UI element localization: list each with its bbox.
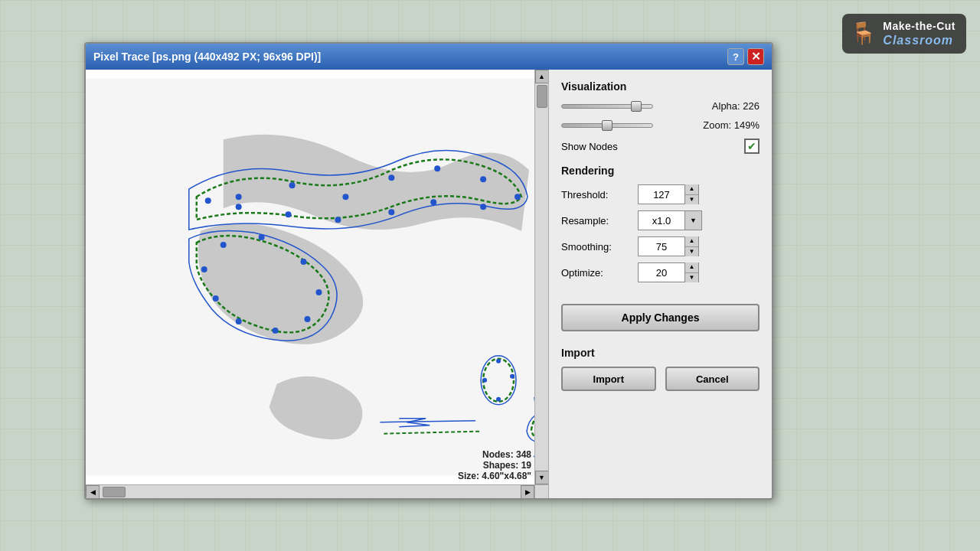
- threshold-up-button[interactable]: ▲: [684, 184, 698, 195]
- threshold-label: Threshold:: [561, 189, 638, 201]
- rendering-section: Rendering Threshold: ▲ ▼ Resample:: [561, 165, 760, 289]
- canvas-area: Nodes: 348 Shapes: 19 Size: 4.60"x4.68" …: [86, 70, 549, 498]
- title-bar-buttons: ? ✕: [727, 48, 764, 65]
- scroll-down-arrow[interactable]: ▼: [535, 471, 549, 484]
- import-button[interactable]: Import: [561, 367, 656, 391]
- scroll-thumb-horizontal[interactable]: [103, 487, 126, 497]
- pixel-trace-dialog: Pixel Trace [ps.png (440x492 PX; 96x96 D…: [84, 42, 773, 500]
- svg-point-5: [342, 194, 348, 200]
- zoom-slider-row: Zoom: 149%: [561, 119, 760, 131]
- scroll-right-arrow[interactable]: ▶: [521, 485, 534, 499]
- svg-point-4: [289, 182, 296, 188]
- svg-point-20: [315, 289, 322, 295]
- svg-point-29: [482, 378, 487, 383]
- alpha-slider-container[interactable]: [561, 104, 703, 109]
- svg-point-25: [201, 266, 207, 272]
- watermark-icon: 🪑: [850, 21, 877, 46]
- right-panel: Visualization Alpha: 226: [549, 70, 772, 498]
- optimize-up-button[interactable]: ▲: [684, 262, 698, 273]
- svg-point-26: [496, 359, 501, 364]
- svg-point-19: [301, 259, 307, 265]
- smoothing-input[interactable]: [639, 237, 684, 256]
- canvas-vscrollbar[interactable]: ▲ ▼: [534, 70, 548, 484]
- smoothing-label: Smoothing:: [561, 241, 638, 253]
- svg-point-22: [273, 328, 279, 334]
- smoothing-down-button[interactable]: ▼: [684, 247, 698, 257]
- watermark-line1: Make-the-Cut: [883, 20, 956, 33]
- visualization-section: Visualization Alpha: 226: [561, 80, 760, 165]
- close-button[interactable]: ✕: [747, 48, 764, 65]
- svg-point-23: [236, 318, 242, 324]
- threshold-spinner[interactable]: ▲ ▼: [684, 184, 698, 204]
- svg-point-8: [480, 176, 486, 182]
- dialog-title: Pixel Trace [ps.png (440x492 PX; 96x96 D…: [93, 51, 321, 63]
- resample-value: x1.0: [639, 211, 684, 230]
- smoothing-up-button[interactable]: ▲: [684, 236, 698, 247]
- help-button[interactable]: ?: [727, 48, 744, 65]
- svg-point-27: [510, 374, 514, 379]
- import-buttons-row: Import Cancel: [561, 367, 760, 391]
- optimize-input[interactable]: [639, 263, 684, 282]
- zoom-label: Zoom: 149%: [703, 119, 760, 131]
- resample-row: Resample: x1.0 ▼: [561, 210, 760, 230]
- title-bar: Pixel Trace [ps.png (440x492 PX; 96x96 D…: [86, 44, 772, 70]
- alpha-label: Alpha: 226: [712, 100, 760, 112]
- optimize-spinner[interactable]: ▲ ▼: [684, 262, 698, 282]
- show-nodes-checkbox[interactable]: ✔: [744, 139, 760, 154]
- scroll-corner: [534, 484, 548, 498]
- zoom-slider-thumb[interactable]: [602, 120, 612, 131]
- threshold-input[interactable]: [639, 185, 684, 204]
- resample-dropdown-arrow[interactable]: ▼: [684, 211, 701, 230]
- svg-point-7: [434, 165, 440, 171]
- svg-point-15: [236, 204, 242, 210]
- svg-point-9: [514, 194, 521, 200]
- svg-point-11: [430, 199, 436, 205]
- threshold-row: Threshold: ▲ ▼: [561, 184, 760, 204]
- svg-point-24: [213, 295, 219, 302]
- threshold-down-button[interactable]: ▼: [684, 195, 698, 205]
- show-nodes-row: Show Nodes ✔: [561, 139, 760, 154]
- import-title: Import: [561, 347, 760, 359]
- apply-changes-button[interactable]: Apply Changes: [561, 304, 760, 331]
- dialog-body: Nodes: 348 Shapes: 19 Size: 4.60"x4.68" …: [86, 70, 772, 498]
- svg-point-6: [388, 174, 394, 181]
- cancel-button[interactable]: Cancel: [665, 367, 760, 391]
- optimize-row: Optimize: ▲ ▼: [561, 262, 760, 282]
- canvas-hscrollbar[interactable]: ◀ ▶: [86, 484, 534, 498]
- import-section: Import Import Cancel: [561, 347, 760, 391]
- watermark-text: Make-the-Cut Classroom: [883, 20, 956, 47]
- smoothing-spinner[interactable]: ▲ ▼: [684, 236, 698, 256]
- alpha-slider-row: Alpha: 226: [561, 100, 760, 112]
- zoom-slider-track[interactable]: [561, 123, 653, 128]
- show-nodes-label: Show Nodes: [561, 141, 744, 152]
- rendering-title: Rendering: [561, 165, 760, 177]
- resample-label: Resample:: [561, 215, 638, 227]
- svg-point-13: [335, 217, 341, 223]
- svg-point-14: [286, 211, 292, 217]
- smoothing-input-group[interactable]: ▲ ▼: [638, 236, 699, 256]
- smoothing-row: Smoothing: ▲ ▼: [561, 236, 760, 256]
- alpha-slider-track[interactable]: [561, 104, 653, 109]
- threshold-input-group[interactable]: ▲ ▼: [638, 184, 699, 204]
- svg-point-16: [205, 197, 211, 204]
- svg-point-21: [305, 316, 311, 322]
- alpha-slider-thumb[interactable]: [631, 101, 642, 112]
- zoom-slider-container[interactable]: [561, 123, 694, 128]
- watermark: 🪑 Make-the-Cut Classroom: [842, 14, 966, 54]
- scroll-up-arrow[interactable]: ▲: [535, 70, 549, 83]
- svg-point-17: [220, 242, 227, 248]
- svg-point-3: [236, 194, 242, 200]
- svg-point-18: [259, 234, 265, 240]
- optimize-label: Optimize:: [561, 267, 638, 279]
- watermark-line2: Classroom: [883, 33, 956, 47]
- svg-point-12: [388, 209, 394, 215]
- visualization-title: Visualization: [561, 80, 760, 93]
- optimize-down-button[interactable]: ▼: [684, 273, 698, 283]
- svg-point-10: [480, 204, 486, 210]
- scroll-left-arrow[interactable]: ◀: [86, 485, 100, 499]
- optimize-input-group[interactable]: ▲ ▼: [638, 262, 699, 282]
- svg-point-28: [496, 397, 501, 402]
- resample-dropdown[interactable]: x1.0 ▼: [638, 210, 702, 230]
- trace-canvas: [86, 70, 534, 484]
- scroll-thumb-vertical[interactable]: [537, 85, 547, 108]
